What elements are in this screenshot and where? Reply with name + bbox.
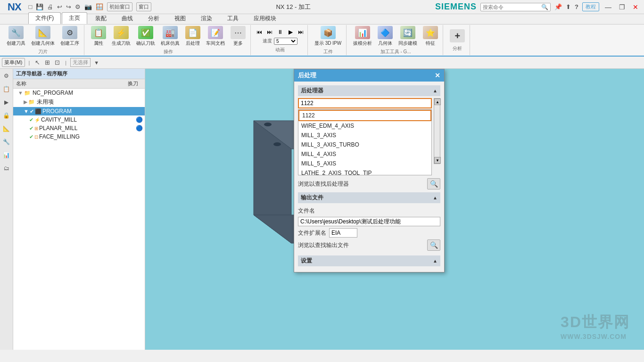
properties-btn[interactable]: 📋 属性 [89,25,108,48]
pp-search-input[interactable] [298,98,432,108]
scroll-down-btn[interactable]: ▼ [434,157,441,164]
browse-processor-btn[interactable]: 🔍 [427,178,440,189]
tutorial-btn[interactable]: 教程 [582,2,599,11]
play-pause-btn[interactable]: ⏸ [275,27,285,37]
create-tool-btn[interactable]: 🔧 创建刀具 [5,25,27,48]
sidebar-navigator-icon[interactable]: 📋 [1,84,12,94]
pp-scrollbar[interactable]: ▲ ▼ [434,98,440,164]
processor-section-header[interactable]: 后处理器 ▲ [298,85,440,96]
create-operation-btn[interactable]: ⚙ 创建工序 [58,25,81,48]
window-menu-btn[interactable]: 窗口 [136,2,151,11]
tb-filter2-icon[interactable]: ⊡ [53,58,61,66]
tab-assembly[interactable]: 装配 [88,13,114,24]
machine-sim-btn[interactable]: 🏭 机床仿真 [159,25,182,48]
sidebar-tool-icon[interactable]: 🔧 [1,137,12,147]
pp-list-container: 1122 WIRE_EDM_4_AXIS MILL_3_AXIS MILL_3_… [298,98,440,175]
pp-item-mill4[interactable]: MILL_4_AXIS [298,149,431,159]
add-icon-btn[interactable]: + [448,28,467,44]
create-geometry-btn[interactable]: 📐 创建几何体 [29,25,57,48]
output-section-header[interactable]: 输出文件 ▲ [298,192,440,203]
sidebar-chart-icon[interactable]: 📊 [1,150,12,160]
dialog-title-bar[interactable]: 后处理 ✕ [294,69,444,82]
pp-item-wire-edm[interactable]: WIRE_EDM_4_AXIS [298,121,431,131]
filename-input-row [298,217,440,226]
close-btn[interactable]: ✕ [631,3,640,11]
tb-filter-icon[interactable]: ⊞ [43,58,51,66]
play-start-btn[interactable]: ⏮ [255,27,264,37]
menu-dropdown-btn[interactable]: 菜单(M) [2,58,25,67]
pp-item-mill3[interactable]: MILL_3_AXIS [298,131,431,140]
extension-input[interactable] [329,228,357,238]
expand-icon[interactable]: ⬆ [566,3,571,10]
nav-item-face-milling[interactable]: ✔ ⊡ FACE_MILLING [13,132,145,141]
post-process-btn[interactable]: 📄 后处理 [183,25,202,48]
svg-point-8 [273,142,281,146]
sidebar-folder-icon[interactable]: 🗂 [1,163,12,173]
tab-analysis[interactable]: 分析 [141,13,166,24]
sync-model-btn[interactable]: 🔄 同步建模 [396,25,419,48]
pp-item-lathe2t[interactable]: LATHE_2_AXIS_TOOL_TIP [298,168,431,175]
pp-item-mill3t[interactable]: MILL_3_AXIS_TURBO [298,140,431,149]
play-fwd-btn[interactable]: ▶ [286,27,295,37]
dropdown-arrow-icon[interactable]: ▼ [92,59,100,66]
nav-item-program[interactable]: ▼ ✔ ⬛ PROGRAM [13,107,145,115]
initial-window-btn[interactable]: 初始窗口 [107,2,132,11]
nav-item-planar-mill[interactable]: ✔ ⊞ PLANAR_MILL 🔵 [13,124,145,132]
pp-list[interactable]: 1122 WIRE_EDM_4_AXIS MILL_3_AXIS MILL_3_… [298,109,432,175]
window-icon[interactable]: 🪟 [96,3,103,10]
dialog-close-btn[interactable]: ✕ [435,72,440,79]
generate-path-btn[interactable]: ⚡ 生成刀轨 [110,25,132,48]
search-input[interactable] [483,4,539,10]
tab-tools[interactable]: 工具 [220,13,246,24]
more-btn[interactable]: ⋯ 更多 [229,25,248,48]
tab-render[interactable]: 渲染 [194,13,219,24]
minimize-btn[interactable]: — [603,3,613,11]
settings-icon[interactable]: ⚙ [75,3,81,10]
title-bar: NX □ 💾 🖨 ↩ ↪ ⚙ 📷 🪟 初始窗口 窗口 NX 12 - 加工 SI… [0,0,644,14]
processor-section-label: 后处理器 [301,87,323,95]
feature-btn[interactable]: ⭐ 特征 [421,25,440,48]
new-file-icon[interactable]: □ [29,3,33,10]
settings-section-header[interactable]: 设置 ▲ [298,255,440,266]
show-3d-ipw-btn[interactable]: 📦 显示 3D IPW [313,25,343,48]
pp-item-mill5[interactable]: MILL_5_AXIS [298,159,431,168]
scroll-up-btn[interactable]: ▲ [434,99,441,105]
geometry-btn[interactable]: 🔷 几何体 [376,25,395,48]
nav-item-nc-program[interactable]: ▼ 📁 NC_PROGRAM [13,89,145,97]
search-box[interactable]: 🔍 [480,3,551,11]
expand-icon[interactable]: ▶ [24,99,27,105]
play-back-btn[interactable]: ⏭ [265,27,274,37]
save-icon[interactable]: 💾 [36,3,43,10]
redo-icon[interactable]: ↪ [66,3,71,10]
verify-path-btn[interactable]: ✅ 确认刀轨 [134,25,157,48]
nav-item-unused[interactable]: ▶ 📁 未用项 [13,97,145,107]
filename-input[interactable] [298,217,440,226]
browse-output-btn[interactable]: 🔍 [427,239,440,251]
nav-item-cavity-mill[interactable]: ✔ ⚡ CAVITY_MILL 🔵 [13,115,145,124]
sidebar-play-icon[interactable]: ▶ [1,97,12,107]
speed-select[interactable]: 51015 [274,38,297,45]
restore-btn[interactable]: ❐ [617,3,627,11]
tab-application[interactable]: 应用模块 [247,13,283,24]
collapse-icon[interactable]: ▼ [18,90,23,96]
camera-icon[interactable]: 📷 [84,3,92,10]
tab-curve[interactable]: 曲线 [115,13,140,24]
sidebar-measure-icon[interactable]: 📐 [1,123,12,134]
collapse-icon2[interactable]: ▼ [24,108,29,114]
tab-file[interactable]: 文件(F) [28,12,61,24]
help-btn[interactable]: ? [575,3,578,10]
print-icon[interactable]: 🖨 [47,3,53,10]
undo-icon[interactable]: ↩ [57,3,62,10]
workshop-doc-btn[interactable]: 📝 车间文档 [204,25,227,48]
sidebar-settings-icon[interactable]: ⚙ [1,71,12,81]
sidebar-lock-icon[interactable]: 🔒 [1,110,12,121]
app-title: NX 12 - 加工 [276,3,311,11]
no-selection-label[interactable]: 无选择 [70,58,91,67]
pin-icon[interactable]: 📌 [554,3,562,10]
pp-item-1122[interactable]: 1122 [298,110,431,121]
tb-select-icon[interactable]: ↖ [33,58,41,66]
tab-home[interactable]: 主页 [62,12,87,24]
play-end-btn[interactable]: ⏭ [296,27,305,37]
draft-analysis-btn[interactable]: 📊 拔模分析 [351,25,374,48]
tab-view[interactable]: 视图 [167,13,193,24]
